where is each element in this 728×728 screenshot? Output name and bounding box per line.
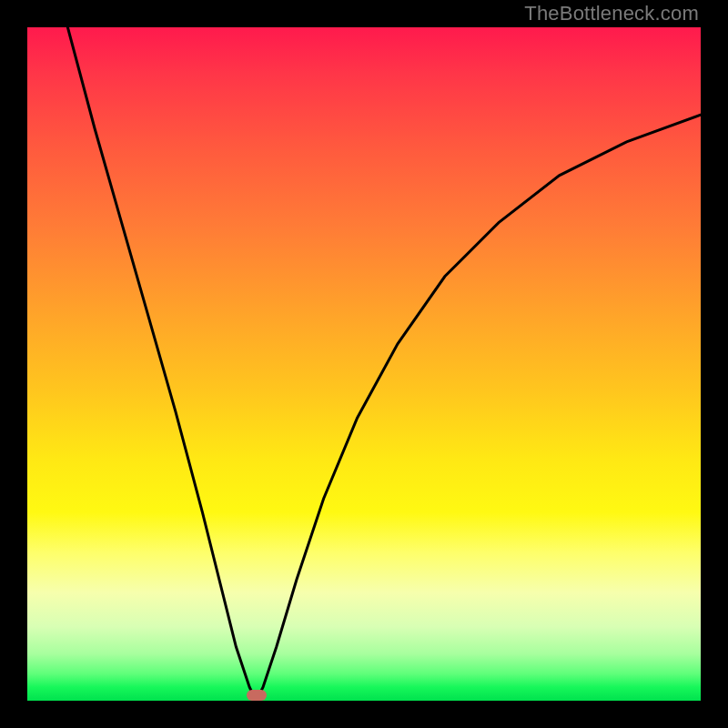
plot-area xyxy=(27,27,701,701)
minimum-marker xyxy=(247,690,267,701)
chart-frame: TheBottleneck.com xyxy=(0,0,728,728)
bottleneck-curve xyxy=(27,27,701,701)
watermark-text: TheBottleneck.com xyxy=(524,2,699,25)
